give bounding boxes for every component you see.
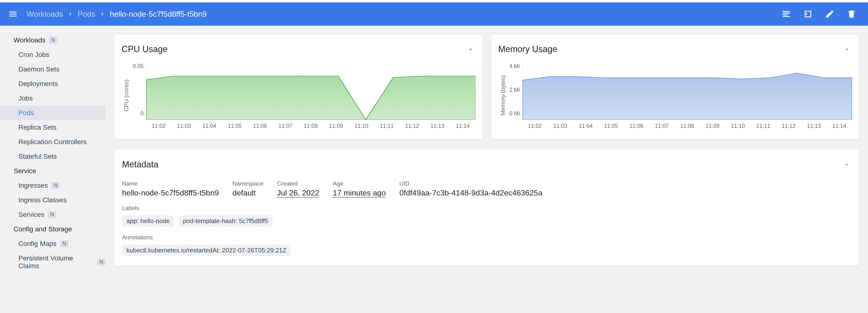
memory-ylabel: Memory (bytes): [498, 62, 508, 129]
namespace-badge-icon: N: [97, 258, 105, 265]
logs-icon[interactable]: [780, 8, 792, 20]
annotations-label: Annotations: [122, 234, 851, 241]
sidebar-item-replicationcontrollers[interactable]: Replication Controllers: [0, 135, 105, 149]
labels-chips: app: hello-node pod-template-hash: 5c7f5…: [122, 215, 851, 227]
sidebar-item-label: Replica Sets: [19, 124, 56, 131]
sidebar-item-label: Services: [19, 211, 44, 219]
sidebar-section-config: Config and Storage: [0, 222, 115, 237]
sidebar-section-label: Service: [13, 167, 36, 175]
meta-age: Age 17 minutes ago: [333, 180, 386, 197]
field-value: default: [232, 188, 264, 197]
metadata-card: Metadata Name hello-node-5c7f5d8ff5-t5bn…: [115, 150, 859, 266]
sidebar-item-ingresses[interactable]: Ingresses N: [0, 178, 105, 193]
meta-created: Created Jul 26, 2022: [277, 180, 319, 197]
cpu-xticks: 11:0211:0311:0411:0511:0611:0711:0811:09…: [146, 120, 475, 129]
sidebar-item-ingressclasses[interactable]: Ingress Classes: [0, 193, 105, 207]
namespace-badge-icon: N: [51, 182, 60, 189]
cpu-yticks: 0.05 0: [131, 62, 146, 129]
sidebar-item-pods[interactable]: Pods: [0, 106, 105, 120]
meta-name: Name hello-node-5c7f5d8ff5-t5bn9: [122, 180, 219, 197]
card-title: CPU Usage: [122, 44, 167, 54]
sidebar-item-cronjobs[interactable]: Cron Jobs: [0, 48, 105, 62]
sidebar-item-label: Persistent Volume Claims: [19, 254, 93, 270]
chevron-right-icon: [67, 11, 74, 18]
cpu-ylabel: CPU (cores): [122, 62, 131, 129]
sidebar-item-label: Ingresses: [19, 182, 48, 189]
breadcrumb-pods[interactable]: Pods: [78, 10, 95, 19]
hamburger-icon[interactable]: [7, 8, 20, 20]
field-label: Age: [333, 180, 386, 187]
header-actions: [780, 8, 862, 20]
field-label: Namespace: [232, 180, 264, 187]
collapse-icon[interactable]: [842, 42, 852, 56]
collapse-icon[interactable]: [466, 42, 475, 56]
edit-icon[interactable]: [824, 8, 836, 20]
memory-plot: [522, 62, 852, 120]
field-label: Created: [277, 180, 319, 187]
memory-usage-card: Memory Usage Memory (bytes) 4 Mi 2 Mi 0 …: [491, 35, 859, 139]
sidebar-item-label: Replication Controllers: [19, 138, 87, 146]
sidebar-section-label: Workloads: [13, 36, 45, 44]
field-value: hello-node-5c7f5d8ff5-t5bn9: [122, 188, 219, 197]
app-header: Workloads Pods hello-node-5c7f5d8ff5-t5b…: [0, 2, 868, 26]
main-content: CPU Usage CPU (cores) 0.05 0: [115, 26, 868, 313]
field-value: 17 minutes ago: [333, 188, 386, 197]
namespace-badge-icon: N: [49, 37, 58, 43]
field-value: Jul 26, 2022: [277, 188, 319, 197]
sidebar-section-workloads: Workloads N: [0, 33, 115, 48]
field-value: 0fdf49aa-7c3b-4148-9d3a-4d2ec463625a: [399, 188, 542, 197]
sidebar-item-label: Stateful Sets: [19, 153, 57, 160]
namespace-badge-icon: N: [48, 211, 56, 218]
card-title: Memory Usage: [498, 44, 557, 54]
label-chip: app: hello-node: [122, 215, 174, 227]
memory-yticks: 4 Mi 2 Mi 0 Mi: [508, 62, 522, 129]
sidebar-item-replicasets[interactable]: Replica Sets: [0, 120, 105, 135]
sidebar-item-label: Cron Jobs: [19, 51, 50, 59]
breadcrumb: Workloads Pods hello-node-5c7f5d8ff5-t5b…: [27, 10, 207, 19]
sidebar: Workloads N Cron Jobs Daemon Sets Deploy…: [0, 26, 115, 313]
card-title: Metadata: [122, 159, 158, 169]
chevron-right-icon: [99, 11, 106, 18]
meta-namespace: Namespace default: [232, 180, 264, 197]
labels-label: Labels: [122, 205, 851, 212]
ytick: 2 Mi: [509, 87, 520, 93]
breadcrumb-current: hello-node-5c7f5d8ff5-t5bn9: [110, 10, 207, 19]
breadcrumb-workloads[interactable]: Workloads: [27, 10, 63, 19]
exec-icon[interactable]: [802, 8, 814, 20]
sidebar-item-label: Daemon Sets: [19, 65, 60, 73]
sidebar-item-deployments[interactable]: Deployments: [0, 76, 105, 91]
label-chip: pod-template-hash: 5c7f5d8ff5: [179, 215, 273, 227]
namespace-badge-icon: N: [60, 240, 68, 247]
ytick: 0: [141, 98, 144, 117]
ytick: 0 Mi: [509, 110, 520, 117]
sidebar-section-service: Service: [0, 164, 115, 178]
sidebar-item-jobs[interactable]: Jobs: [0, 91, 105, 106]
sidebar-item-label: Config Maps: [19, 240, 56, 248]
sidebar-item-label: Ingress Classes: [19, 196, 67, 204]
collapse-icon[interactable]: [842, 157, 851, 171]
sidebar-item-label: Deployments: [19, 80, 58, 88]
ytick: 4 Mi: [509, 63, 520, 69]
sidebar-item-configmaps[interactable]: Config Maps N: [0, 237, 105, 251]
memory-xticks: 11:0211:0311:0411:0511:0611:0711:0811:09…: [522, 120, 852, 129]
annotation-chip: kubectl.kubernetes.io/restartedAt: 2022-…: [122, 245, 291, 256]
sidebar-item-label: Pods: [19, 109, 34, 117]
sidebar-item-daemonsets[interactable]: Daemon Sets: [0, 62, 105, 76]
sidebar-item-pvc[interactable]: Persistent Volume Claims N: [0, 251, 105, 273]
sidebar-section-label: Config and Storage: [13, 225, 72, 233]
sidebar-item-statefulsets[interactable]: Stateful Sets: [0, 149, 105, 164]
annotations-chips: kubectl.kubernetes.io/restartedAt: 2022-…: [122, 245, 851, 256]
sidebar-item-label: Jobs: [19, 94, 33, 102]
cpu-plot: [146, 62, 475, 120]
ytick: 0.05: [133, 63, 144, 69]
delete-icon[interactable]: [846, 8, 857, 20]
meta-uid: UID 0fdf49aa-7c3b-4148-9d3a-4d2ec463625a: [399, 180, 542, 197]
field-label: UID: [399, 180, 542, 187]
field-label: Name: [122, 180, 219, 187]
sidebar-item-services[interactable]: Services N: [0, 207, 105, 222]
cpu-usage-card: CPU Usage CPU (cores) 0.05 0: [115, 35, 482, 139]
